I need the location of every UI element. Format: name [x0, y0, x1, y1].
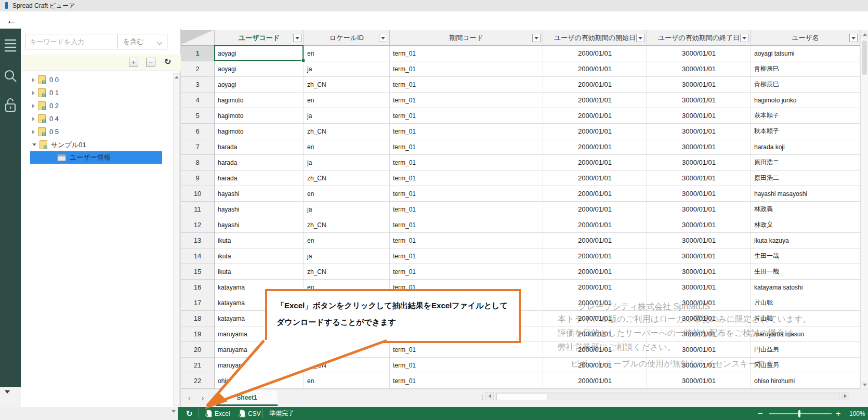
- row-header[interactable]: 19: [181, 326, 215, 342]
- grid-cell[interactable]: term_01: [390, 373, 543, 389]
- tree-item[interactable]: 0 0: [21, 73, 181, 86]
- grid-cell[interactable]: ja: [304, 155, 390, 170]
- fill-handle[interactable]: [301, 59, 305, 62]
- row-header[interactable]: 17: [181, 295, 215, 311]
- grid-cell[interactable]: aoyagi: [215, 46, 304, 61]
- grid-cell[interactable]: term_01: [390, 46, 543, 61]
- tree-item[interactable]: 0 1: [21, 86, 181, 99]
- filter-icon[interactable]: [379, 34, 387, 42]
- row-header[interactable]: 6: [181, 124, 215, 139]
- grid-cell[interactable]: harada: [215, 139, 304, 155]
- grid-cell[interactable]: en: [304, 139, 390, 155]
- row-header[interactable]: 4: [181, 93, 215, 108]
- grid-cell[interactable]: 萩本順子: [751, 108, 860, 124]
- row-header[interactable]: 21: [181, 358, 215, 373]
- grid-cell[interactable]: ikuta: [215, 264, 304, 280]
- grid-cell[interactable]: 2000/01/01: [543, 280, 647, 295]
- splitter-handle-icon[interactable]: ⋮: [479, 393, 485, 401]
- grid-cell[interactable]: harada: [215, 155, 304, 170]
- grid-cell[interactable]: maruyama: [215, 358, 304, 373]
- grid-cell[interactable]: en: [304, 186, 390, 202]
- column-header[interactable]: 期間コード: [390, 30, 543, 46]
- search-icon[interactable]: [4, 69, 17, 86]
- grid-cell[interactable]: 3000/01/01: [647, 280, 751, 295]
- rail-overflow-icon[interactable]: [5, 390, 10, 393]
- prev-sheet-button[interactable]: ‹: [188, 394, 190, 402]
- grid-cell[interactable]: 原田浩二: [751, 155, 860, 170]
- grid-cell[interactable]: aoyagi tatsumi: [751, 46, 860, 61]
- grid-cell[interactable]: 2000/01/01: [543, 155, 647, 170]
- grid-cell[interactable]: term_01: [390, 264, 543, 280]
- grid-cell[interactable]: term_01: [390, 342, 543, 358]
- zoom-slider[interactable]: [769, 413, 832, 414]
- tree-refresh-button[interactable]: ↻: [164, 57, 171, 67]
- grid-cell[interactable]: hayashi masayoshi: [751, 186, 860, 202]
- grid-cell[interactable]: hayashi: [215, 202, 304, 217]
- grid-cell[interactable]: term_01: [390, 124, 543, 139]
- filter-icon[interactable]: [293, 34, 301, 42]
- grid-cell[interactable]: ikuta: [215, 248, 304, 264]
- zoom-out-button[interactable]: −: [758, 407, 762, 420]
- caret-right-icon[interactable]: [32, 78, 35, 82]
- scroll-up-button[interactable]: [861, 30, 868, 38]
- grid-cell[interactable]: maruyama: [215, 342, 304, 358]
- grid-cell[interactable]: term_01: [390, 186, 543, 202]
- column-header[interactable]: ユーザコード: [215, 30, 304, 46]
- row-header[interactable]: 11: [181, 202, 215, 217]
- column-header[interactable]: ユーザの有効期間の終了日: [647, 30, 751, 46]
- grid-cell[interactable]: ja: [304, 248, 390, 264]
- grid-cell[interactable]: harada koji: [751, 139, 860, 155]
- grid-cell[interactable]: hagimoto junko: [751, 93, 860, 108]
- row-header[interactable]: 2: [181, 61, 215, 77]
- tree-item[interactable]: サンプル01: [21, 138, 181, 151]
- grid-cell[interactable]: 3000/01/01: [647, 233, 751, 248]
- back-button[interactable]: ←: [6, 12, 17, 28]
- grid-cell[interactable]: 2000/01/01: [543, 93, 647, 108]
- menu-icon[interactable]: [4, 38, 17, 56]
- match-mode-select[interactable]: を含む: [117, 34, 167, 49]
- grid-cell[interactable]: 3000/01/01: [647, 217, 751, 233]
- grid-cell[interactable]: term_01: [390, 139, 543, 155]
- grid-cell[interactable]: 2000/01/01: [543, 217, 647, 233]
- grid-cell[interactable]: term_01: [390, 170, 543, 186]
- grid-cell[interactable]: 2000/01/01: [543, 61, 647, 77]
- grid-cell[interactable]: 3000/01/01: [647, 46, 751, 61]
- excel-export-button[interactable]: Excel: [205, 407, 230, 420]
- sheet-tab-active[interactable]: Sheet1: [216, 390, 278, 406]
- grid-cell[interactable]: 2000/01/01: [543, 358, 647, 373]
- unlock-icon[interactable]: [4, 97, 17, 116]
- grid-cell[interactable]: 2000/01/01: [543, 311, 647, 326]
- grid-cell[interactable]: ohiso: [215, 373, 304, 389]
- grid-cell[interactable]: ja: [304, 61, 390, 77]
- grid-cell[interactable]: 2000/01/01: [543, 46, 647, 61]
- grid-cell[interactable]: 生田一哉: [751, 248, 860, 264]
- row-header[interactable]: 15: [181, 264, 215, 280]
- grid-cell[interactable]: 2000/01/01: [543, 326, 647, 342]
- grid-cell[interactable]: ja: [304, 202, 390, 217]
- grid-cell[interactable]: 3000/01/01: [647, 108, 751, 124]
- grid-cell[interactable]: en: [304, 233, 390, 248]
- grid-cell[interactable]: term_01: [390, 108, 543, 124]
- grid-cell[interactable]: ja: [304, 342, 390, 358]
- vertical-scroll-thumb[interactable]: [862, 41, 867, 75]
- filter-icon[interactable]: [532, 34, 541, 42]
- vertical-scrollbar[interactable]: [860, 30, 868, 389]
- grid-cell[interactable]: 青柳辰巳: [751, 77, 860, 93]
- horizontal-scroll-thumb[interactable]: [496, 393, 547, 400]
- grid-cell[interactable]: hagimoto: [215, 93, 304, 108]
- grid-cell[interactable]: aoyagi: [215, 77, 304, 93]
- grid-cell[interactable]: 2000/01/01: [543, 77, 647, 93]
- refresh-button[interactable]: ↻: [186, 407, 193, 420]
- grid-cell[interactable]: maruyama masuo: [751, 326, 860, 342]
- grid-cell[interactable]: zh_CN: [304, 170, 390, 186]
- expand-all-button[interactable]: +: [129, 58, 138, 67]
- row-header[interactable]: 5: [181, 108, 215, 124]
- row-header[interactable]: 13: [181, 233, 215, 248]
- grid-cell[interactable]: term_01: [390, 233, 543, 248]
- filter-icon[interactable]: [636, 34, 645, 42]
- select-all-corner[interactable]: [181, 30, 215, 46]
- grid-cell[interactable]: ja: [304, 108, 390, 124]
- grid-cell[interactable]: 林政義: [751, 202, 860, 217]
- scroll-up-icon[interactable]: [175, 76, 179, 78]
- row-header[interactable]: 22: [181, 373, 215, 389]
